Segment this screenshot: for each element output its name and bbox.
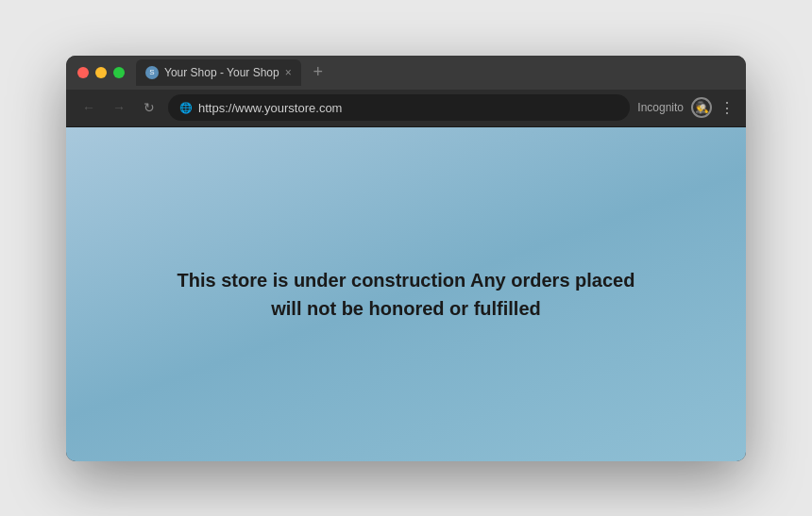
- incognito-icon: 🕵: [691, 97, 712, 118]
- refresh-button[interactable]: ↻: [138, 96, 161, 119]
- active-tab[interactable]: S Your Shop - Your Shop ×: [136, 59, 301, 86]
- maximize-button[interactable]: [113, 67, 125, 78]
- close-button[interactable]: [77, 67, 89, 78]
- menu-button[interactable]: ⋮: [719, 99, 735, 117]
- construction-message: This store is under construction Any ord…: [161, 266, 651, 323]
- new-tab-button[interactable]: +: [305, 59, 331, 86]
- back-button[interactable]: ←: [77, 96, 100, 119]
- title-bar: S Your Shop - Your Shop × +: [66, 56, 746, 90]
- address-bar: ← → ↻ 🌐 https://www.yourstore.com Incogn…: [66, 90, 746, 127]
- tab-title: Your Shop - Your Shop: [164, 66, 279, 79]
- secure-icon: 🌐: [179, 102, 193, 114]
- page-content: This store is under construction Any ord…: [66, 127, 746, 461]
- browser-window: S Your Shop - Your Shop × + ← → ↻ 🌐 http…: [66, 56, 746, 461]
- tab-favicon: S: [145, 66, 159, 79]
- tab-close-button[interactable]: ×: [285, 67, 292, 78]
- traffic-lights: [77, 67, 125, 78]
- minimize-button[interactable]: [95, 67, 107, 78]
- tab-bar: S Your Shop - Your Shop × +: [136, 59, 735, 86]
- url-text: https://www.yourstore.com: [198, 101, 342, 115]
- incognito-label: Incognito: [637, 101, 684, 114]
- address-bar-right: Incognito 🕵 ⋮: [637, 97, 735, 118]
- url-bar[interactable]: 🌐 https://www.yourstore.com: [168, 94, 630, 121]
- forward-button[interactable]: →: [108, 96, 130, 119]
